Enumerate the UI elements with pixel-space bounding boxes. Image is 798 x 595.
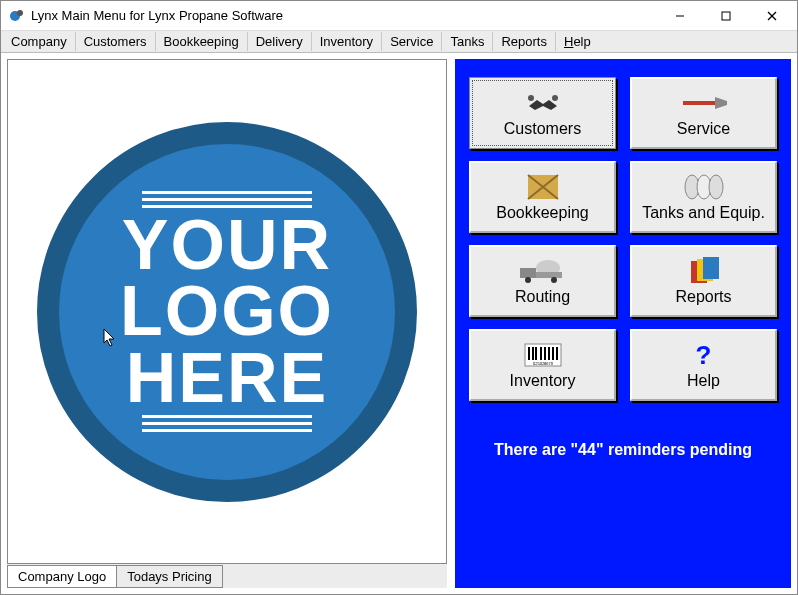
- svg-point-6: [528, 95, 534, 101]
- window-controls: [657, 2, 795, 30]
- menubar: Company Customers Bookkeeping Delivery I…: [1, 31, 797, 53]
- tanks-icon: [682, 172, 726, 202]
- menu-inventory[interactable]: Inventory: [312, 32, 382, 51]
- tanks-button[interactable]: Tanks and Equip.: [630, 161, 777, 233]
- logo-placeholder: YOUR LOGO HERE: [37, 122, 417, 502]
- tabstrip: Company Logo Todays Pricing: [7, 564, 447, 588]
- button-label: Customers: [504, 120, 581, 138]
- left-panel: YOUR LOGO HERE Company Logo Todays Prici…: [7, 59, 447, 588]
- tab-todays-pricing[interactable]: Todays Pricing: [116, 565, 223, 588]
- tab-company-logo[interactable]: Company Logo: [7, 565, 117, 588]
- window-title: Lynx Main Menu for Lynx Propane Software: [31, 8, 657, 23]
- reports-button[interactable]: Reports: [630, 245, 777, 317]
- close-button[interactable]: [749, 2, 795, 30]
- titlebar: Lynx Main Menu for Lynx Propane Software: [1, 1, 797, 31]
- svg-rect-20: [703, 257, 719, 279]
- button-label: Service: [677, 120, 730, 138]
- logo-frame: YOUR LOGO HERE: [7, 59, 447, 564]
- help-button[interactable]: ? Help: [630, 329, 777, 401]
- wrench-icon: [679, 88, 729, 118]
- app-window: Lynx Main Menu for Lynx Propane Software…: [0, 0, 798, 595]
- menu-tanks[interactable]: Tanks: [442, 32, 493, 51]
- button-label: Tanks and Equip.: [642, 204, 765, 222]
- logo-decoration-bottom: [142, 411, 312, 436]
- app-icon: [9, 8, 25, 24]
- service-button[interactable]: Service: [630, 77, 777, 149]
- svg-rect-3: [722, 12, 730, 20]
- button-label: Inventory: [510, 372, 576, 390]
- menu-help[interactable]: Help: [556, 32, 599, 51]
- cursor-icon: [103, 328, 117, 353]
- content-area: YOUR LOGO HERE Company Logo Todays Prici…: [1, 53, 797, 594]
- menu-delivery[interactable]: Delivery: [248, 32, 312, 51]
- svg-point-12: [709, 175, 723, 199]
- reports-icon: [689, 256, 719, 286]
- handshake-icon: [523, 88, 563, 118]
- menu-service[interactable]: Service: [382, 32, 442, 51]
- logo-text: YOUR LOGO HERE: [120, 212, 334, 412]
- question-icon: ?: [696, 340, 712, 370]
- svg-point-17: [551, 277, 557, 283]
- svg-point-7: [552, 95, 558, 101]
- svg-rect-8: [683, 101, 717, 105]
- button-label: Reports: [675, 288, 731, 306]
- svg-rect-15: [536, 272, 562, 278]
- reminder-text: There are "44" reminders pending: [469, 441, 777, 459]
- bookkeeping-button[interactable]: Bookkeeping: [469, 161, 616, 233]
- svg-text:025028670: 025028670: [532, 361, 553, 366]
- routing-button[interactable]: Routing: [469, 245, 616, 317]
- button-grid: Customers Service Bookkeeping Tanks and …: [469, 77, 777, 401]
- right-panel: Customers Service Bookkeeping Tanks and …: [455, 59, 791, 588]
- svg-point-16: [525, 277, 531, 283]
- customers-button[interactable]: Customers: [469, 77, 616, 149]
- svg-point-1: [17, 10, 23, 16]
- menu-customers[interactable]: Customers: [76, 32, 156, 51]
- barcode-icon: 025028670: [523, 340, 563, 370]
- svg-rect-13: [520, 268, 536, 278]
- button-label: Help: [687, 372, 720, 390]
- reminder-count: 44: [578, 441, 596, 458]
- menu-reports[interactable]: Reports: [493, 32, 556, 51]
- inventory-button[interactable]: 025028670 Inventory: [469, 329, 616, 401]
- button-label: Bookkeeping: [496, 204, 589, 222]
- truck-icon: [518, 256, 568, 286]
- menu-company[interactable]: Company: [3, 32, 76, 51]
- minimize-button[interactable]: [657, 2, 703, 30]
- menu-bookkeeping[interactable]: Bookkeeping: [156, 32, 248, 51]
- button-label: Routing: [515, 288, 570, 306]
- ledger-icon: [526, 172, 560, 202]
- maximize-button[interactable]: [703, 2, 749, 30]
